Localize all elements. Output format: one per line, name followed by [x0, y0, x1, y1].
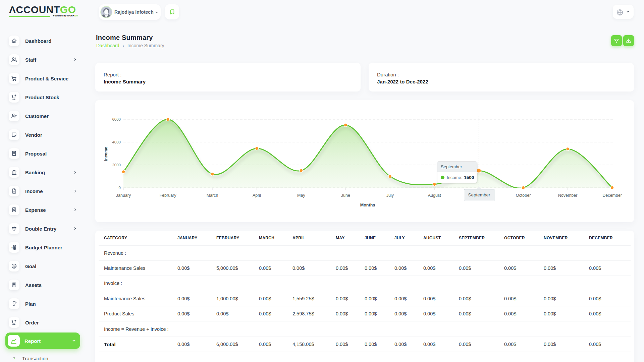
- svg-text:4000: 4000: [112, 140, 121, 144]
- svg-text:6000: 6000: [112, 117, 121, 121]
- svg-text:Months: Months: [360, 203, 375, 207]
- svg-text:Income: Income: [104, 147, 108, 161]
- svg-text:June: June: [341, 193, 350, 198]
- svg-text:$: $: [11, 246, 13, 249]
- svg-text:March: March: [207, 193, 218, 198]
- svg-text:November: November: [558, 193, 578, 198]
- svg-text:July: July: [386, 193, 394, 198]
- svg-text:May: May: [297, 193, 305, 198]
- svg-text:October: October: [516, 193, 531, 198]
- svg-text:0: 0: [119, 186, 121, 190]
- svg-text:April: April: [253, 193, 261, 198]
- svg-text:December: December: [602, 193, 622, 198]
- svg-text:2000: 2000: [112, 163, 121, 167]
- svg-text:August: August: [428, 193, 441, 198]
- svg-text:January: January: [116, 193, 131, 198]
- svg-text:February: February: [159, 193, 176, 198]
